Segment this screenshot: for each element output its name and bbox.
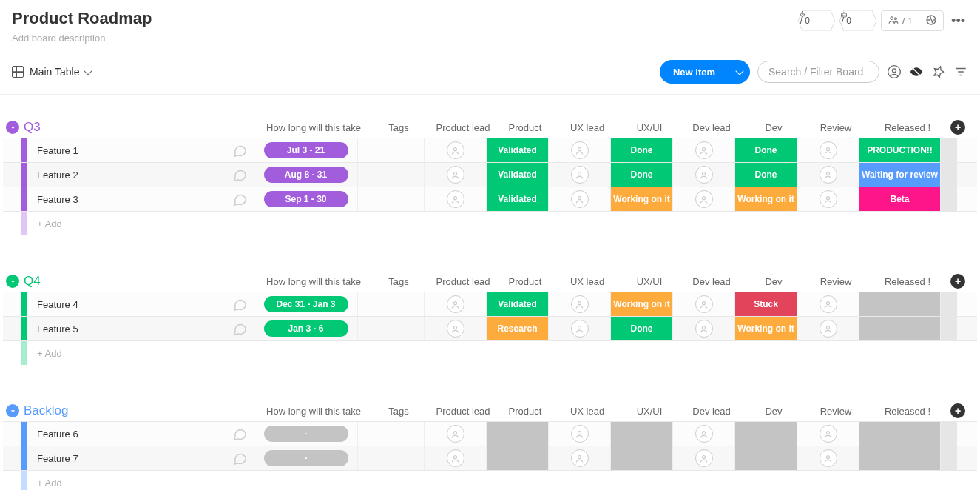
released-status-cell[interactable]: [859, 317, 941, 340]
dev-status-cell[interactable]: Stuck: [735, 292, 797, 316]
column-header[interactable]: Product lead: [432, 406, 494, 417]
timeline-cell[interactable]: Aug 8 - 31: [254, 163, 358, 187]
item-name-cell[interactable]: Feature 3: [27, 187, 225, 211]
timeline-cell[interactable]: Dec 31 - Jan 3: [254, 292, 358, 316]
item-name-cell[interactable]: Feature 4: [27, 292, 225, 316]
add-column-button[interactable]: +: [948, 274, 967, 289]
released-status-cell[interactable]: [859, 292, 941, 316]
column-header[interactable]: Dev: [743, 122, 805, 133]
ux-lead-cell[interactable]: [549, 292, 611, 316]
timeline-cell[interactable]: Jul 3 - 21: [254, 138, 358, 162]
column-header[interactable]: Released !: [867, 122, 948, 133]
product-lead-cell[interactable]: [425, 317, 487, 340]
product-status-cell[interactable]: [487, 446, 549, 470]
more-options-button[interactable]: •••: [948, 13, 968, 29]
column-header[interactable]: Dev lead: [680, 406, 743, 417]
item-name-cell[interactable]: Feature 5: [27, 317, 225, 340]
ux-lead-cell[interactable]: [549, 317, 611, 340]
uxui-status-cell[interactable]: Done: [611, 163, 673, 187]
tags-cell[interactable]: [358, 317, 425, 340]
released-status-cell[interactable]: PRODUCTION!!: [859, 138, 941, 162]
automation-chip-2[interactable]: / 0: [839, 10, 876, 31]
item-name-cell[interactable]: Feature 6: [27, 422, 225, 446]
conversation-button[interactable]: [225, 138, 254, 162]
dev-lead-cell[interactable]: [673, 163, 735, 187]
item-name-cell[interactable]: Feature 1: [27, 138, 225, 162]
tags-cell[interactable]: [358, 138, 425, 162]
product-status-cell[interactable]: Research: [487, 317, 549, 340]
conversation-button[interactable]: [225, 446, 254, 470]
dev-lead-cell[interactable]: [673, 138, 735, 162]
product-lead-cell[interactable]: [425, 187, 487, 211]
column-header[interactable]: Released !: [867, 276, 948, 287]
column-header[interactable]: UX/UI: [618, 276, 680, 287]
tags-cell[interactable]: [358, 422, 425, 446]
dev-status-cell[interactable]: [735, 422, 797, 446]
tags-cell[interactable]: [358, 292, 425, 316]
table-row[interactable]: Feature 3 Sep 1 - 30 Validated Working o…: [3, 187, 977, 211]
review-cell[interactable]: [797, 138, 859, 162]
pin-button[interactable]: [931, 65, 946, 78]
ux-lead-cell[interactable]: [549, 163, 611, 187]
product-lead-cell[interactable]: [425, 422, 487, 446]
board-title[interactable]: Product Roadmap: [12, 9, 798, 28]
uxui-status-cell[interactable]: Working on it: [611, 292, 673, 316]
group-collapse-toggle[interactable]: [6, 404, 19, 417]
column-header[interactable]: Released !: [867, 406, 948, 417]
dev-status-cell[interactable]: Done: [735, 138, 797, 162]
column-header[interactable]: How long will this take: [262, 122, 365, 133]
released-status-cell[interactable]: Beta: [859, 187, 941, 211]
filter-button[interactable]: [953, 65, 968, 78]
column-header[interactable]: Dev lead: [680, 122, 743, 133]
conversation-button[interactable]: [225, 422, 254, 446]
conversation-button[interactable]: [225, 163, 254, 187]
column-header[interactable]: Product lead: [432, 122, 494, 133]
dev-lead-cell[interactable]: [673, 446, 735, 470]
add-item-row[interactable]: + Add: [3, 470, 977, 490]
dev-status-cell[interactable]: Working on it: [735, 187, 797, 211]
timeline-cell[interactable]: Jan 3 - 6: [254, 317, 358, 340]
column-header[interactable]: How long will this take: [262, 276, 365, 287]
group-title[interactable]: Backlog: [24, 403, 262, 418]
review-cell[interactable]: [797, 292, 859, 316]
conversation-button[interactable]: [225, 187, 254, 211]
table-row[interactable]: Feature 5 Jan 3 - 6 Research Done Workin…: [3, 316, 977, 340]
column-header[interactable]: Tags: [365, 276, 432, 287]
column-header[interactable]: Tags: [365, 406, 432, 417]
new-item-dropdown[interactable]: [729, 60, 750, 84]
table-row[interactable]: Feature 4 Dec 31 - Jan 3 Validated Worki…: [3, 292, 977, 316]
review-cell[interactable]: [797, 187, 859, 211]
product-lead-cell[interactable]: [425, 292, 487, 316]
add-item-row[interactable]: + Add: [3, 211, 977, 235]
column-header[interactable]: Review: [805, 406, 867, 417]
timeline-cell[interactable]: -: [254, 422, 358, 446]
uxui-status-cell[interactable]: [611, 422, 673, 446]
dev-lead-cell[interactable]: [673, 317, 735, 340]
conversation-button[interactable]: [225, 317, 254, 340]
review-cell[interactable]: [797, 446, 859, 470]
item-name-cell[interactable]: Feature 2: [27, 163, 225, 187]
table-row[interactable]: Feature 2 Aug 8 - 31 Validated Done Done…: [3, 162, 977, 187]
column-header[interactable]: Review: [805, 276, 867, 287]
product-status-cell[interactable]: Validated: [487, 187, 549, 211]
column-header[interactable]: How long will this take: [262, 406, 365, 417]
released-status-cell[interactable]: [859, 422, 941, 446]
column-header[interactable]: Product: [494, 406, 556, 417]
review-cell[interactable]: [797, 422, 859, 446]
column-header[interactable]: UX lead: [556, 122, 618, 133]
column-header[interactable]: UX lead: [556, 276, 618, 287]
column-header[interactable]: Product: [494, 122, 556, 133]
search-input[interactable]: Search / Filter Board: [757, 61, 879, 83]
ux-lead-cell[interactable]: [549, 187, 611, 211]
item-name-cell[interactable]: Feature 7: [27, 446, 225, 470]
column-header[interactable]: Product: [494, 276, 556, 287]
hide-columns-button[interactable]: [909, 64, 924, 80]
released-status-cell[interactable]: Waiting for review: [859, 163, 941, 187]
add-item-label[interactable]: + Add: [27, 212, 977, 235]
group-title[interactable]: Q3: [24, 120, 262, 135]
new-item-button[interactable]: New Item: [660, 60, 750, 84]
ux-lead-cell[interactable]: [549, 422, 611, 446]
group-title[interactable]: Q4: [24, 274, 262, 289]
product-lead-cell[interactable]: [425, 446, 487, 470]
column-header[interactable]: Dev: [743, 406, 805, 417]
